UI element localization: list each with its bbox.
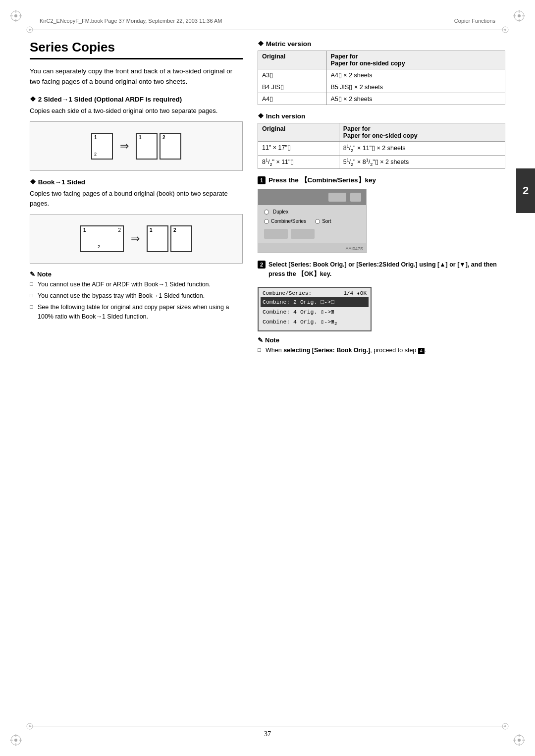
section2-body: Copies two facing pages of a bound origi… — [30, 189, 243, 208]
corner-top-left — [9, 9, 23, 23]
panel-rect-btn-1 — [264, 229, 288, 239]
note2-icon: ✎ — [258, 336, 263, 344]
note2-item-1: When selecting [Series: Book Orig.], pro… — [258, 346, 505, 355]
step2-text: Select [Series: Book Orig.] or [Series:2… — [268, 260, 505, 279]
duplex-label: Duplex — [273, 209, 288, 215]
lcd-row-1: Combine: 2 Orig. □->□ — [261, 297, 369, 307]
arrow-2: ⇒ — [131, 232, 140, 245]
inch-orig-2: 81/2" × 11"▯ — [258, 155, 339, 169]
bottom-rule — [30, 726, 505, 726]
inch-col1-header: Original — [258, 123, 339, 142]
inner-mark-br — [501, 722, 509, 730]
lcd-row-3: Combine: 4 Orig. ▯->⊞2 — [261, 317, 369, 328]
note-title: ✎ Note — [30, 270, 243, 278]
step1-heading: 1 Press the 【Combine/Series】key — [258, 176, 505, 185]
lcd-header-right: 1/4 ⬧OK — [343, 290, 367, 296]
section-tab: 2 — [516, 168, 535, 213]
book-right-page: 2 — [102, 225, 124, 252]
note-list: You cannot use the ADF or ARDF with Book… — [30, 280, 243, 321]
arrow-1: ⇒ — [120, 140, 129, 153]
section2-heading: ❖ Book→1 Sided — [30, 178, 243, 186]
copier-panel: Duplex Combine/Series Sort — [258, 189, 367, 253]
panel-btn-2 — [350, 193, 361, 202]
inch-col2-header: Paper forPaper for one-sided copy — [339, 123, 505, 142]
table-row: 81/2" × 11"▯ 51/2" × 81/2"▯ × 2 sheets — [258, 155, 505, 169]
sort-label: Sort — [322, 218, 331, 224]
metric-orig-2: B4 JIS▯ — [258, 81, 327, 93]
note2-box: ✎ Note When selecting [Series: Book Orig… — [258, 336, 505, 355]
panel-duplex-row: Duplex — [264, 209, 360, 215]
metric-heading-text: ❖ Metric version — [258, 40, 311, 48]
panel-combine-row: Combine/Series Sort — [264, 218, 360, 224]
book-icon: 1 2 2 — [80, 225, 124, 252]
output-book-p2: 2 — [170, 225, 192, 252]
file-info: KirC2_ENcopyF_FM.book Page 37 Monday, Se… — [40, 18, 222, 24]
lcd-header: Combine/Series: 1/4 ⬧OK — [261, 290, 369, 297]
metric-col2-header: Paper forPaper for one-sided copy — [326, 51, 505, 69]
radio-duplex — [264, 210, 269, 215]
inch-paper-2: 51/2" × 81/2"▯ × 2 sheets — [339, 155, 505, 169]
note2-list: When selecting [Series: Book Orig.], pro… — [258, 346, 505, 355]
output-pair-2: 1 2 — [147, 225, 192, 252]
note-icon: ✎ — [30, 270, 35, 278]
metric-paper-1: A4▯ × 2 sheets — [326, 69, 505, 81]
inch-paper-1: 81/2" × 11"▯ × 2 sheets — [339, 142, 505, 156]
metric-paper-2: B5 JIS▯ × 2 sheets — [326, 81, 505, 93]
inch-orig-1: 11" × 17"▯ — [258, 142, 339, 156]
radio-combine — [264, 219, 269, 224]
note-item-1: You cannot use the ADF or ARDF with Book… — [30, 280, 243, 289]
metric-col1-header: Original — [258, 51, 327, 69]
metric-table: Original Paper forPaper for one-sided co… — [258, 51, 505, 105]
corner-bottom-left — [9, 733, 23, 747]
panel-btn-1 — [328, 193, 346, 202]
corner-bottom-right — [512, 733, 526, 747]
section-label: Copier Functions — [454, 18, 495, 24]
inch-heading: ❖ Inch version — [258, 112, 505, 120]
note2-label: Note — [265, 336, 279, 344]
diagram-2sided: 1 2 ⇒ 1 2 — [30, 121, 243, 171]
two-column-layout: Series Copies You can separately copy th… — [30, 40, 505, 357]
section1-heading: ❖ 2 Sided→1 Sided (Optional ARDF is requ… — [30, 95, 243, 103]
diagram-book: 1 2 2 ⇒ 1 2 — [30, 214, 243, 264]
main-content: Series Copies You can separately copy th… — [30, 40, 505, 716]
svg-point-7 — [518, 14, 521, 17]
section1-heading-text: ❖ 2 Sided→1 Sided (Optional ARDF is requ… — [30, 95, 182, 103]
metric-paper-3: A5▯ × 2 sheets — [326, 93, 505, 105]
panel-rect-btn-2 — [291, 229, 315, 239]
step2-heading: 2 Select [Series: Book Orig.] or [Series… — [258, 260, 505, 283]
page-number: 37 — [264, 730, 271, 738]
svg-point-1 — [14, 14, 17, 17]
inner-mark-bl — [26, 722, 34, 730]
lcd-header-left: Combine/Series: — [263, 290, 312, 296]
left-column: Series Copies You can separately copy th… — [30, 40, 243, 357]
metric-heading: ❖ Metric version — [258, 40, 505, 48]
table-row: 11" × 17"▯ 81/2" × 11"▯ × 2 sheets — [258, 142, 505, 156]
metric-orig-1: A3▯ — [258, 69, 327, 81]
section1-body: Copies each side of a two-sided original… — [30, 106, 243, 116]
lcd-row-2: Combine: 4 Orig. ▯->⊞ — [261, 307, 369, 317]
corner-top-right — [512, 9, 526, 23]
svg-point-13 — [14, 739, 17, 742]
step2-number: 2 — [258, 261, 266, 269]
panel-caption: AAI047S — [345, 246, 363, 251]
panel-top — [258, 189, 366, 205]
lcd-display: Combine/Series: 1/4 ⬧OK Combine: 2 Orig.… — [258, 287, 372, 331]
intro-text: You can separately copy the front and ba… — [30, 66, 243, 87]
note-box: ✎ Note You cannot use the ADF or ARDF wi… — [30, 270, 243, 321]
note2-title: ✎ Note — [258, 336, 505, 344]
inch-heading-text: ❖ Inch version — [258, 112, 305, 120]
section2-heading-text: ❖ Book→1 Sided — [30, 178, 85, 186]
table-row: A4▯ A5▯ × 2 sheets — [258, 93, 505, 105]
inch-table: Original Paper forPaper for one-sided co… — [258, 123, 505, 169]
step1-text: Press the 【Combine/Series】key — [268, 176, 376, 185]
output-page2: 2 — [160, 133, 181, 160]
radio-sort — [315, 219, 320, 224]
combine-label: Combine/Series — [271, 218, 306, 224]
output-pair-1: 1 2 — [136, 133, 181, 160]
page-title: Series Copies — [30, 40, 243, 59]
book-left-page: 1 2 — [80, 225, 102, 252]
note-item-3: See the following table for original and… — [30, 303, 243, 322]
panel-buttons-row — [264, 229, 360, 239]
output-page1: 1 — [136, 133, 158, 160]
step1-number: 1 — [258, 176, 266, 184]
